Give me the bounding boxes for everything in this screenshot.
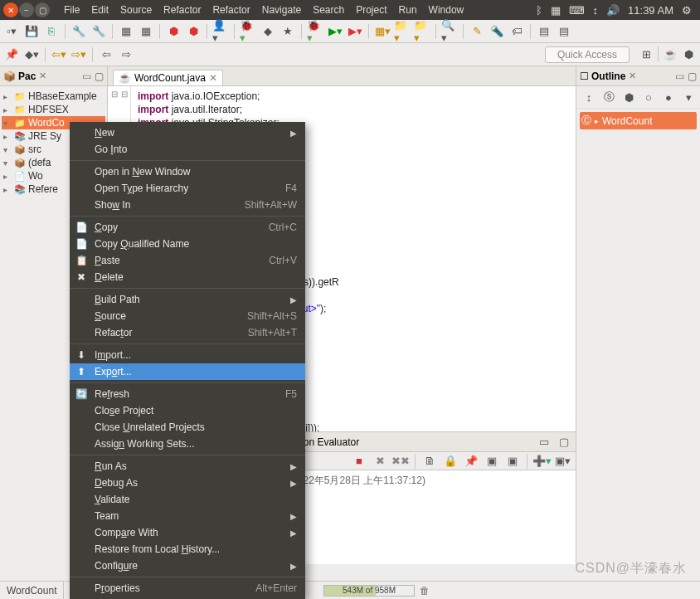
scala-icon[interactable]: ⬢ <box>165 23 182 40</box>
menu-item[interactable]: ⬇Import... <box>70 347 305 363</box>
h2-icon[interactable]: ⬢ <box>620 89 637 105</box>
search-icon[interactable]: 🔦 <box>489 23 505 40</box>
fwd-icon[interactable]: ⇨▾ <box>70 46 87 63</box>
max-icon[interactable]: ▢ <box>688 71 697 82</box>
keyboard-icon[interactable]: ⌨ <box>569 4 585 17</box>
clear-icon[interactable]: 🗎 <box>421 453 438 470</box>
scala2-icon[interactable]: ⬢ <box>185 23 202 40</box>
menu-item[interactable]: 📄Copy Qualified Name <box>70 236 305 252</box>
removeall-icon[interactable]: ✖✖ <box>392 453 409 470</box>
save-icon[interactable]: 💾 <box>23 23 40 40</box>
menu-file[interactable]: File <box>58 4 85 16</box>
marker-icon[interactable]: ◆▾ <box>23 46 40 63</box>
menu-item[interactable]: RefactorShift+Alt+T <box>70 324 305 341</box>
extlaunch-icon[interactable]: ▶▾ <box>347 23 363 40</box>
context-menu[interactable]: New▶Go IntoOpen in New WindowOpen Type H… <box>70 122 305 599</box>
disp2-icon[interactable]: ▣ <box>504 453 521 470</box>
min-icon[interactable]: ▭ <box>675 71 684 82</box>
java-persp-icon[interactable]: ☕ <box>662 46 678 63</box>
wand-icon[interactable]: ✎ <box>469 23 485 40</box>
tool2-icon[interactable]: 🔧 <box>90 23 107 40</box>
pin-icon[interactable]: 📌 <box>463 453 479 470</box>
menu-window[interactable]: Window <box>423 4 470 16</box>
box-icon[interactable]: ▦▾ <box>374 23 391 40</box>
menu-item[interactable]: ✖Delete <box>70 269 305 285</box>
run-icon[interactable]: ▶▾ <box>327 23 343 40</box>
gc-icon[interactable]: 🗑 <box>420 585 430 597</box>
menu-item[interactable]: Debug As▶ <box>70 475 305 491</box>
remove-icon[interactable]: ✖ <box>372 453 388 470</box>
menu-edit[interactable]: Edit <box>85 4 114 16</box>
menu-item[interactable]: Go Into <box>70 141 305 158</box>
menu-item[interactable]: 🔄RefreshF5 <box>70 386 305 402</box>
menu-item[interactable]: Validate <box>70 491 305 508</box>
open-type-icon[interactable]: 🔍▾ <box>441 23 458 40</box>
h1-icon[interactable]: ⓢ <box>600 89 617 105</box>
terminate-icon[interactable]: ■ <box>351 453 367 470</box>
tool-icon[interactable]: 🔧 <box>70 23 87 40</box>
menu-refactor[interactable]: Refactor <box>158 4 207 16</box>
menu-project[interactable]: Project <box>350 4 392 16</box>
menu-item[interactable]: Restore from Local History... <box>70 541 305 558</box>
menu-item[interactable]: ⬆Export... <box>70 363 305 380</box>
fwd2-icon[interactable]: ⇨ <box>118 46 134 63</box>
user-icon[interactable]: 👤▾ <box>212 23 229 40</box>
scala-persp-icon[interactable]: ⬢ <box>680 46 697 63</box>
minimize-button[interactable]: − <box>19 2 34 17</box>
menu-item[interactable]: Close Project <box>70 402 305 419</box>
gear-icon[interactable]: ⚙ <box>682 4 692 17</box>
new-console-icon[interactable]: ▣▾ <box>554 453 571 470</box>
menu-refactor[interactable]: Refactor <box>207 4 255 16</box>
saveall-icon[interactable]: ⎘ <box>43 23 60 40</box>
scroll-lock-icon[interactable]: 🔒 <box>442 453 459 470</box>
menu-item[interactable]: Assign Working Sets... <box>70 436 305 452</box>
tree-item[interactable]: ▸📁HDFSEX <box>2 103 105 116</box>
calendar-icon[interactable]: ▦ <box>551 4 561 17</box>
editor-tab[interactable]: ☕ WordCount.java ✕ <box>113 70 223 85</box>
menu-icon[interactable]: ▾ <box>680 89 697 105</box>
back-icon[interactable]: ⇦▾ <box>51 46 67 63</box>
min-icon[interactable]: ▭ <box>536 434 552 450</box>
menu-item[interactable]: Team▶ <box>70 508 305 524</box>
max-icon[interactable]: ▢ <box>556 434 572 450</box>
h3-icon[interactable]: ○ <box>640 89 657 105</box>
close-icon[interactable]: ✕ <box>39 71 46 81</box>
menu-item[interactable]: Build Path▶ <box>70 291 305 308</box>
menu-item[interactable]: 📄CopyCtrl+C <box>70 219 305 236</box>
bluetooth-icon[interactable]: ᛒ <box>536 4 542 17</box>
debug-icon[interactable]: 🐞▾ <box>240 23 256 40</box>
close-icon[interactable]: ✕ <box>209 72 217 84</box>
disp-icon[interactable]: ▣ <box>484 453 500 470</box>
open-persp-icon[interactable]: ⊞ <box>638 46 654 63</box>
menu-item[interactable]: Show InShift+Alt+W <box>70 197 305 213</box>
intent-icon[interactable]: ◆ <box>260 23 276 40</box>
quick-access[interactable]: Quick Access <box>545 46 630 63</box>
menu-item[interactable]: Close Unrelated Projects <box>70 419 305 436</box>
launch-icon[interactable]: ▦ <box>118 23 134 40</box>
close-icon[interactable]: ✕ <box>629 71 636 81</box>
sort-icon[interactable]: ↕ <box>581 89 597 105</box>
open-console-icon[interactable]: ➕▾ <box>533 453 550 470</box>
menu-search[interactable]: Search <box>307 4 350 16</box>
task2-icon[interactable]: ▤ <box>556 23 572 40</box>
menu-item[interactable]: SourceShift+Alt+S <box>70 308 305 324</box>
menu-item[interactable]: Configure▶ <box>70 558 305 574</box>
pin-icon[interactable]: 📌 <box>3 46 20 63</box>
menu-navigate[interactable]: Navigate <box>256 4 307 16</box>
tree-item[interactable]: ▸📁HBaseExample <box>2 90 105 103</box>
folder2-dd-icon[interactable]: 📁▾ <box>414 23 430 40</box>
network-icon[interactable]: ↕ <box>593 4 599 17</box>
task-icon[interactable]: ▤ <box>536 23 552 40</box>
bookmark-icon[interactable]: 🏷 <box>508 23 525 40</box>
menu-item[interactable]: Open Type HierarchyF4 <box>70 180 305 197</box>
menu-item[interactable]: 📋PasteCtrl+V <box>70 252 305 269</box>
min-icon[interactable]: ▭ <box>82 71 91 82</box>
h4-icon[interactable]: ● <box>660 89 677 105</box>
menu-item[interactable]: PropertiesAlt+Enter <box>70 580 305 597</box>
new-icon[interactable]: ▫▾ <box>3 23 20 40</box>
volume-icon[interactable]: 🔊 <box>606 4 620 17</box>
outline-item[interactable]: Ⓒ ▸ WordCount <box>580 112 697 129</box>
clock[interactable]: 11:39 AM <box>628 4 673 17</box>
launch2-icon[interactable]: ▦ <box>138 23 154 40</box>
bug-icon[interactable]: ★ <box>280 23 296 40</box>
